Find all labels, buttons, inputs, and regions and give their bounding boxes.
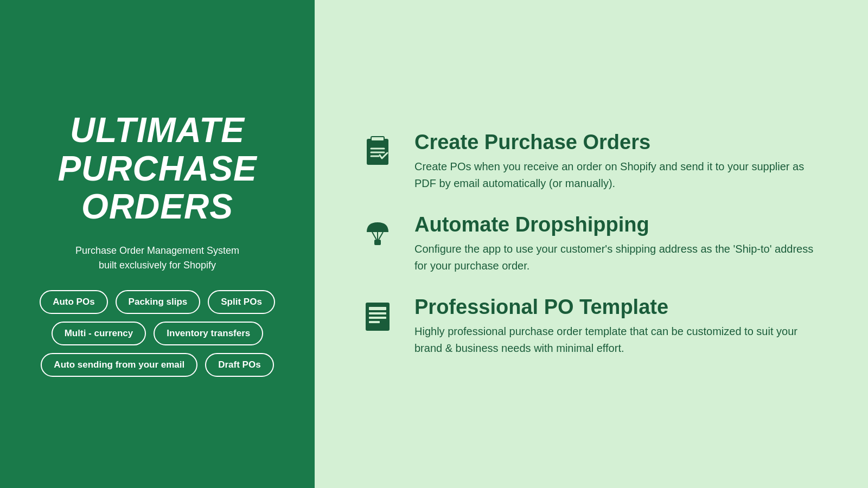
svg-rect-11 xyxy=(369,307,386,310)
feature-template-content: Professional PO Template Highly professi… xyxy=(414,296,825,357)
svg-rect-9 xyxy=(374,240,381,245)
svg-rect-14 xyxy=(369,321,380,323)
subtitle: Purchase Order Management System built e… xyxy=(75,243,239,273)
feature-dropshipping-desc: Configure the app to use your customer's… xyxy=(414,241,825,274)
feature-template-desc: Highly professional purchase order templ… xyxy=(414,323,825,357)
tag-packing-slips[interactable]: Packing slips xyxy=(116,290,201,314)
tag-multi-currency[interactable]: Multi - currency xyxy=(52,322,146,345)
feature-create-purchase-orders: Create Purchase Orders Create POs when y… xyxy=(358,131,825,192)
feature-create-po-content: Create Purchase Orders Create POs when y… xyxy=(414,131,825,192)
subtitle-line1: Purchase Order Management System xyxy=(75,245,239,256)
tag-draft-pos[interactable]: Draft POs xyxy=(205,353,273,377)
feature-professional-template: Professional PO Template Highly professi… xyxy=(358,296,825,357)
main-title: ULTIMATE PURCHASE ORDERS xyxy=(27,111,288,226)
tag-split-pos[interactable]: Split POs xyxy=(208,290,275,314)
parachute-icon xyxy=(358,214,397,253)
svg-rect-12 xyxy=(369,312,386,314)
tag-inventory-transfers[interactable]: Inventory transfers xyxy=(154,322,263,345)
svg-rect-2 xyxy=(371,137,384,141)
tag-auto-sending[interactable]: Auto sending from your email xyxy=(41,353,197,377)
tag-auto-pos[interactable]: Auto POs xyxy=(40,290,107,314)
subtitle-line2: built exclusively for Shopify xyxy=(99,260,216,271)
svg-line-8 xyxy=(379,232,383,240)
svg-line-6 xyxy=(372,232,376,240)
feature-dropshipping-content: Automate Dropshipping Configure the app … xyxy=(414,214,825,274)
tags-row-1: Auto POs Packing slips Split POs xyxy=(27,290,288,314)
tags-row-2: Multi - currency Inventory transfers xyxy=(27,322,288,345)
feature-create-po-desc: Create POs when you receive an order on … xyxy=(414,158,825,192)
clipboard-icon xyxy=(358,131,397,170)
feature-template-title: Professional PO Template xyxy=(414,296,825,319)
tags-container: Auto POs Packing slips Split POs Multi -… xyxy=(27,290,288,377)
feature-dropshipping-title: Automate Dropshipping xyxy=(414,214,825,236)
document-icon xyxy=(358,296,397,335)
right-panel: Create Purchase Orders Create POs when y… xyxy=(315,0,868,488)
svg-rect-13 xyxy=(369,317,386,319)
left-panel: ULTIMATE PURCHASE ORDERS Purchase Order … xyxy=(0,0,315,488)
tags-row-3: Auto sending from your email Draft POs xyxy=(27,353,288,377)
feature-automate-dropshipping: Automate Dropshipping Configure the app … xyxy=(358,214,825,274)
feature-create-po-title: Create Purchase Orders xyxy=(414,131,825,154)
